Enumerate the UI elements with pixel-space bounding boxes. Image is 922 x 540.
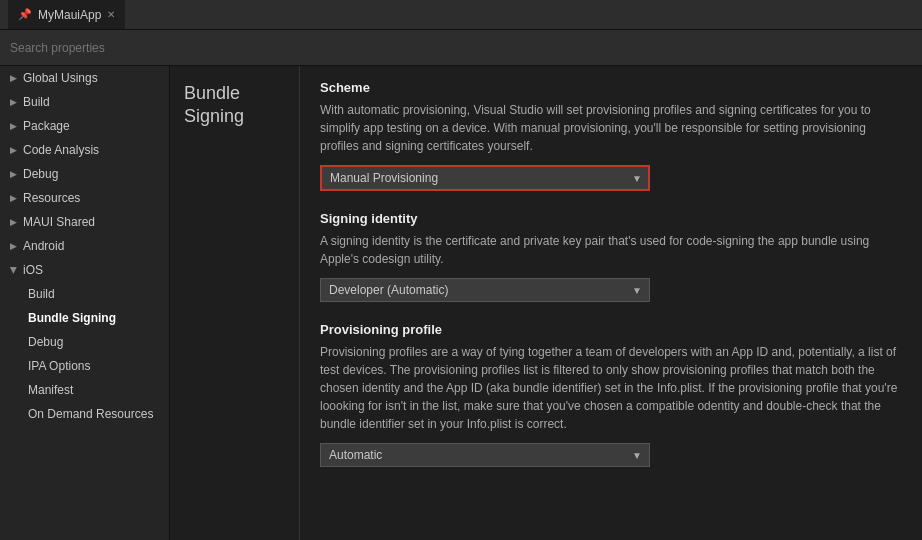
- sidebar-item-label: On Demand Resources: [28, 407, 153, 421]
- chevron-icon: ▶: [10, 97, 17, 107]
- sidebar-item-ios-bundle-signing[interactable]: Bundle Signing: [0, 306, 169, 330]
- tab-pin-icon: 📌: [18, 8, 32, 21]
- search-bar: [0, 30, 922, 66]
- sidebar-item-label: Build: [28, 287, 55, 301]
- sidebar-item-ios-on-demand-resources[interactable]: On Demand Resources: [0, 402, 169, 426]
- sidebar-item-global-usings[interactable]: ▶Global Usings: [0, 66, 169, 90]
- section-description-scheme: With automatic provisioning, Visual Stud…: [320, 101, 902, 155]
- chevron-icon: ▶: [10, 73, 17, 83]
- section-title: BundleSigning: [184, 82, 285, 129]
- sidebar-item-android[interactable]: ▶Android: [0, 234, 169, 258]
- sidebar-item-package[interactable]: ▶Package: [0, 114, 169, 138]
- editor-tab[interactable]: 📌 MyMauiApp ✕: [8, 0, 125, 29]
- chevron-icon: ▶: [10, 145, 17, 155]
- dropdown-provisioning-profile[interactable]: AutomaticNone: [320, 443, 650, 467]
- sidebar-item-label: Global Usings: [23, 71, 98, 85]
- section-title-provisioning-profile: Provisioning profile: [320, 322, 902, 337]
- chevron-icon: ▶: [10, 241, 17, 251]
- sidebar-item-label: Build: [23, 95, 50, 109]
- content-area: BundleSigning SchemeWith automatic provi…: [170, 66, 922, 540]
- chevron-icon: ▶: [10, 169, 17, 179]
- title-bar: 📌 MyMauiApp ✕: [0, 0, 922, 30]
- sidebar-item-label: Bundle Signing: [28, 311, 116, 325]
- sidebar-item-label: Debug: [28, 335, 63, 349]
- sidebar-item-ios-build[interactable]: Build: [0, 282, 169, 306]
- section-title-scheme: Scheme: [320, 80, 902, 95]
- sidebar-item-resources[interactable]: ▶Resources: [0, 186, 169, 210]
- tab-label: MyMauiApp: [38, 8, 101, 22]
- sidebar-item-label: iOS: [23, 263, 43, 277]
- sidebar-item-label: Package: [23, 119, 70, 133]
- sidebar-item-debug[interactable]: ▶Debug: [0, 162, 169, 186]
- detail-panel: SchemeWith automatic provisioning, Visua…: [300, 66, 922, 540]
- chevron-icon: ▶: [10, 217, 17, 227]
- dropdown-wrapper-provisioning-profile: AutomaticNone ▼: [320, 443, 650, 467]
- dropdown-wrapper-scheme: AutomaticManual Provisioning ▼: [320, 165, 650, 191]
- detail-section-signing-identity: Signing identityA signing identity is th…: [320, 211, 902, 302]
- search-input[interactable]: [10, 41, 912, 55]
- dropdown-wrapper-signing-identity: Developer (Automatic)iPhone DeveloperiPh…: [320, 278, 650, 302]
- sidebar-item-build[interactable]: ▶Build: [0, 90, 169, 114]
- sidebar-item-code-analysis[interactable]: ▶Code Analysis: [0, 138, 169, 162]
- sidebar-item-ios-debug[interactable]: Debug: [0, 330, 169, 354]
- dropdown-signing-identity[interactable]: Developer (Automatic)iPhone DeveloperiPh…: [320, 278, 650, 302]
- sidebar-item-ios-manifest[interactable]: Manifest: [0, 378, 169, 402]
- detail-section-provisioning-profile: Provisioning profileProvisioning profile…: [320, 322, 902, 467]
- main-layout: ▶Global Usings▶Build▶Package▶Code Analys…: [0, 66, 922, 540]
- sidebar-item-label: Resources: [23, 191, 80, 205]
- sidebar-item-label: Debug: [23, 167, 58, 181]
- sidebar-item-label: Android: [23, 239, 64, 253]
- sidebar-item-label: Code Analysis: [23, 143, 99, 157]
- dropdown-scheme[interactable]: AutomaticManual Provisioning: [320, 165, 650, 191]
- sidebar-item-label: IPA Options: [28, 359, 90, 373]
- chevron-icon: ▶: [10, 193, 17, 203]
- sidebar: ▶Global Usings▶Build▶Package▶Code Analys…: [0, 66, 170, 540]
- section-description-provisioning-profile: Provisioning profiles are a way of tying…: [320, 343, 902, 433]
- sidebar-item-ios-ipa-options[interactable]: IPA Options: [0, 354, 169, 378]
- section-description-signing-identity: A signing identity is the certificate an…: [320, 232, 902, 268]
- section-title-signing-identity: Signing identity: [320, 211, 902, 226]
- tab-close-icon[interactable]: ✕: [107, 10, 115, 20]
- section-title-panel: BundleSigning: [170, 66, 300, 540]
- detail-section-scheme: SchemeWith automatic provisioning, Visua…: [320, 80, 902, 191]
- chevron-icon: ▶: [10, 121, 17, 131]
- sidebar-item-maui-shared[interactable]: ▶MAUI Shared: [0, 210, 169, 234]
- sidebar-item-label: MAUI Shared: [23, 215, 95, 229]
- chevron-icon: ▶: [9, 267, 19, 274]
- sidebar-item-ios[interactable]: ▶iOS: [0, 258, 169, 282]
- sidebar-item-label: Manifest: [28, 383, 73, 397]
